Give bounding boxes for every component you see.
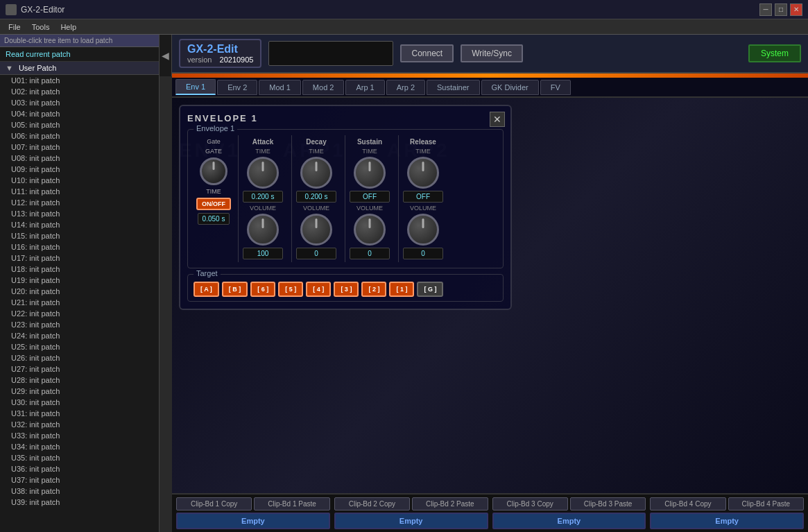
sidebar-item-16[interactable]: U16: init patch xyxy=(0,241,159,252)
sidebar-item-4[interactable]: U04: init patch xyxy=(0,108,159,119)
attack-time-knob[interactable] xyxy=(247,157,279,189)
maximize-button[interactable]: □ xyxy=(775,3,787,16)
clip-copy-button-2[interactable]: Clip-Bd 2 Copy xyxy=(334,497,410,510)
release-time-knob[interactable] xyxy=(407,157,439,189)
clip-empty-4[interactable]: Empty xyxy=(650,513,804,529)
target-button-1[interactable]: [ B ] xyxy=(222,282,248,297)
attack-vol-knob[interactable] xyxy=(247,214,279,246)
target-button-4[interactable]: [ 4 ] xyxy=(306,282,331,297)
sidebar-item-31[interactable]: U31: init patch xyxy=(0,408,159,419)
clip-copy-button-1[interactable]: Clip-Bd 1 Copy xyxy=(176,497,252,510)
sidebar-item-7[interactable]: U07: init patch xyxy=(0,141,159,153)
sidebar-item-15[interactable]: U15: init patch xyxy=(0,230,159,241)
sidebar-item-29[interactable]: U29: init patch xyxy=(0,386,159,397)
menu-file[interactable]: File xyxy=(3,22,26,33)
tab-gk-divider[interactable]: GK Divider xyxy=(481,80,539,95)
sidebar-item-23[interactable]: U23: init patch xyxy=(0,319,159,330)
sidebar-item-17[interactable]: U17: init patch xyxy=(0,252,159,264)
envelope-close-button[interactable]: ✕ xyxy=(490,112,505,127)
clip-paste-button-3[interactable]: Clip-Bd 3 Paste xyxy=(570,497,646,510)
sidebar-item-24[interactable]: U24: init patch xyxy=(0,330,159,341)
sidebar-item-1[interactable]: U01: init patch xyxy=(0,75,159,86)
target-button-2[interactable]: [ 6 ] xyxy=(250,282,275,297)
sidebar-item-8[interactable]: U08: init patch xyxy=(0,153,159,164)
clip-paste-button-4[interactable]: Clip-Bd 4 Paste xyxy=(728,497,804,510)
sidebar-item-35[interactable]: U35: init patch xyxy=(0,452,159,463)
clip-copy-button-3[interactable]: Clip-Bd 3 Copy xyxy=(492,497,568,510)
sidebar-item-28[interactable]: U28: init patch xyxy=(0,375,159,386)
target-button-3[interactable]: [ 5 ] xyxy=(278,282,303,297)
sidebar-item-12[interactable]: U12: init patch xyxy=(0,197,159,208)
sidebar-item-18[interactable]: U18: init patch xyxy=(0,264,159,275)
tab-mod-2[interactable]: Mod 2 xyxy=(302,80,345,95)
clipboard-group-2: Clip-Bd 2 CopyClip-Bd 2 PasteEmpty xyxy=(334,497,488,529)
knobs-row: Gate GATE TIME ON/OFF 0.050 s Attack TIM… xyxy=(194,135,497,262)
sidebar-item-6[interactable]: U06: init patch xyxy=(0,130,159,141)
clip-empty-1[interactable]: Empty xyxy=(176,513,330,529)
sidebar-item-32[interactable]: U32: init patch xyxy=(0,419,159,430)
sidebar-item-22[interactable]: U22: init patch xyxy=(0,308,159,319)
target-button-5[interactable]: [ 3 ] xyxy=(334,282,359,297)
clip-paste-button-1[interactable]: Clip-Bd 1 Paste xyxy=(254,497,329,510)
read-current-patch[interactable]: Read current patch xyxy=(0,47,159,62)
decay-time-knob[interactable] xyxy=(300,157,332,189)
clip-empty-3[interactable]: Empty xyxy=(492,513,646,529)
system-button[interactable]: System xyxy=(748,44,801,62)
clip-empty-2[interactable]: Empty xyxy=(334,513,488,529)
gate-knob[interactable] xyxy=(200,157,227,185)
sidebar-item-10[interactable]: U10: init patch xyxy=(0,175,159,186)
sidebar-item-26[interactable]: U26: init patch xyxy=(0,352,159,363)
clip-paste-button-2[interactable]: Clip-Bd 2 Paste xyxy=(412,497,488,510)
sidebar-item-5[interactable]: U05: init patch xyxy=(0,119,159,130)
main-layout: Double-click tree item to load patch Rea… xyxy=(0,35,808,532)
target-button-0[interactable]: [ A ] xyxy=(194,282,219,297)
minimize-button[interactable]: ─ xyxy=(759,3,772,16)
target-button-7[interactable]: [ 1 ] xyxy=(389,282,414,297)
sidebar-item-39[interactable]: U39: init patch xyxy=(0,497,159,508)
patch-name-input[interactable] xyxy=(268,41,393,66)
sidebar-item-25[interactable]: U25: init patch xyxy=(0,341,159,352)
tab-fv[interactable]: FV xyxy=(540,80,571,95)
release-group: Release TIME OFF VOLUME 0 xyxy=(398,135,447,262)
connect-button[interactable]: Connect xyxy=(400,44,454,62)
sidebar-item-11[interactable]: U11: init patch xyxy=(0,186,159,197)
sidebar-item-38[interactable]: U38: init patch xyxy=(0,486,159,497)
gate-onoff-button[interactable]: ON/OFF xyxy=(196,198,231,210)
tab-arp-2[interactable]: Arp 2 xyxy=(386,80,425,95)
tab-mod-1[interactable]: Mod 1 xyxy=(259,80,301,95)
tab-env-2[interactable]: Env 2 xyxy=(217,80,257,95)
sustain-time-knob[interactable] xyxy=(354,157,386,189)
collapse-arrow[interactable]: ◀ xyxy=(160,35,172,76)
sidebar-item-37[interactable]: U37: init patch xyxy=(0,474,159,486)
sidebar-item-14[interactable]: U14: init patch xyxy=(0,219,159,230)
sidebar-item-2[interactable]: U02: init patch xyxy=(0,86,159,97)
clip-copy-button-4[interactable]: Clip-Bd 4 Copy xyxy=(650,497,725,510)
sidebar-item-30[interactable]: U30: init patch xyxy=(0,397,159,408)
menu-help[interactable]: Help xyxy=(55,22,82,33)
sidebar-item-34[interactable]: U34: init patch xyxy=(0,441,159,452)
target-button-8[interactable]: [ G ] xyxy=(417,282,443,297)
tabs-bar: Env 1Env 2Mod 1Mod 2Arp 1Arp 2SustainerG… xyxy=(172,78,808,98)
sidebar-item-27[interactable]: U27: init patch xyxy=(0,363,159,375)
sidebar-item-33[interactable]: U33: init patch xyxy=(0,430,159,441)
sidebar-item-13[interactable]: U13: init patch xyxy=(0,208,159,219)
sidebar-item-9[interactable]: U09: init patch xyxy=(0,164,159,175)
clipboard-group-3: Clip-Bd 3 CopyClip-Bd 3 PasteEmpty xyxy=(492,497,646,529)
sidebar-item-20[interactable]: U20: init patch xyxy=(0,286,159,297)
target-button-6[interactable]: [ 2 ] xyxy=(361,282,386,297)
release-vol-knob[interactable] xyxy=(407,214,439,246)
sidebar-item-21[interactable]: U21: init patch xyxy=(0,297,159,308)
writesync-button[interactable]: Write/Sync xyxy=(461,44,523,62)
close-button[interactable]: ✕ xyxy=(790,3,802,16)
decay-vol-knob[interactable] xyxy=(300,214,332,246)
sidebar-item-3[interactable]: U03: init patch xyxy=(0,97,159,108)
menu-tools[interactable]: Tools xyxy=(26,22,55,33)
tab-env-1[interactable]: Env 1 xyxy=(175,79,216,95)
collapse-icon[interactable]: ▼ xyxy=(6,64,13,72)
logo-box: GX-2-Edit version 20210905 xyxy=(179,39,261,68)
sidebar-item-36[interactable]: U36: init patch xyxy=(0,463,159,474)
sustain-vol-knob[interactable] xyxy=(354,214,386,246)
tab-sustainer[interactable]: Sustainer xyxy=(427,80,479,95)
tab-arp-1[interactable]: Arp 1 xyxy=(345,80,384,95)
sidebar-item-19[interactable]: U19: init patch xyxy=(0,275,159,286)
